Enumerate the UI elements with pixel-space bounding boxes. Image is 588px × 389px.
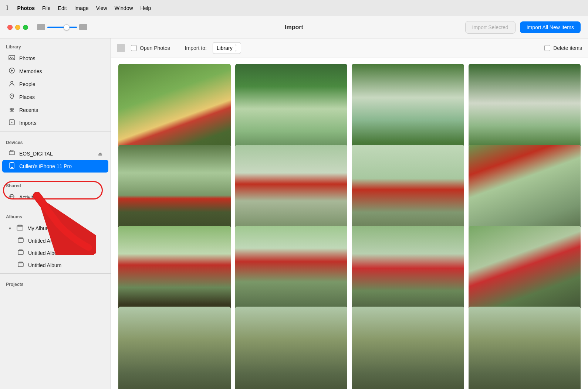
album3-label: Untitled Album [28, 262, 61, 268]
main-layout: Library Photos Memories People Places [0, 38, 588, 389]
sidebar-item-imports[interactable]: Imports [2, 117, 108, 129]
recents-label: Recents [19, 107, 38, 113]
album2-label: Untitled Album [28, 250, 61, 256]
expand-icon: ▼ [8, 226, 12, 231]
open-photos-area: Open Photos [131, 45, 170, 51]
sidebar-toggle-icon[interactable] [37, 24, 45, 30]
svg-point-7 [11, 122, 13, 123]
grid-size-icon[interactable] [79, 24, 87, 30]
sidebar-item-myalbums[interactable]: ▼ My Albums [2, 222, 108, 235]
projects-section-label: Projects [0, 276, 111, 289]
device-icon-small [117, 44, 125, 52]
divider-4 [0, 273, 111, 274]
photo-cell-16[interactable] [469, 307, 581, 389]
sidebar-item-album1[interactable]: Untitled Album [2, 235, 108, 247]
svg-rect-12 [11, 162, 13, 163]
sidebar-toggle-area [37, 24, 87, 30]
menu-file[interactable]: File [42, 5, 51, 11]
devices-section-label: Devices [0, 134, 111, 147]
sidebar-item-activity[interactable]: Activity [2, 191, 108, 204]
photos-label: Photos [19, 55, 36, 61]
window-controls [7, 25, 28, 30]
memories-icon [8, 67, 16, 75]
activity-icon [8, 193, 16, 201]
delete-items-area: Delete items [544, 45, 582, 51]
eject-icon[interactable]: ⏏ [98, 151, 102, 157]
zoom-slider[interactable] [47, 27, 77, 28]
menu-window[interactable]: Window [115, 5, 133, 11]
import-to-value: Library [217, 45, 233, 51]
divider-3 [0, 206, 111, 206]
library-section-label: Library [0, 38, 111, 52]
menu-help[interactable]: Help [141, 5, 151, 11]
import-bar: Open Photos Import to: Library ⌃⌄ Delete… [111, 38, 588, 58]
svg-rect-11 [11, 167, 13, 168]
album3-icon [17, 262, 24, 269]
dropdown-chevrons-icon: ⌃⌄ [234, 44, 237, 52]
content-area: Open Photos Import to: Library ⌃⌄ Delete… [111, 38, 588, 389]
import-all-button[interactable]: Import All New Items [520, 21, 581, 33]
myalbums-label: My Albums [27, 225, 53, 231]
import-to-label: Import to: [185, 45, 207, 51]
delete-items-label: Delete items [553, 45, 582, 51]
svg-rect-15 [18, 238, 23, 242]
sidebar-item-places[interactable]: Places [2, 91, 108, 103]
sidebar-item-album3[interactable]: Untitled Album [2, 259, 108, 271]
import-to-dropdown[interactable]: Library ⌃⌄ [213, 42, 241, 54]
apple-logo-icon:  [6, 4, 9, 12]
sidebar-item-iphone[interactable]: Cullen's iPhone 11 Pro [2, 160, 108, 173]
photo-cell-15[interactable] [352, 307, 464, 389]
eos-label: EOS_DIGITAL [19, 151, 53, 157]
album1-label: Untitled Album [28, 238, 61, 244]
iphone-icon [8, 162, 16, 170]
toolbar-left [7, 24, 87, 30]
album2-icon [17, 249, 24, 257]
menu-photos[interactable]: Photos [17, 5, 35, 11]
sidebar: Library Photos Memories People Places [0, 38, 111, 389]
sidebar-item-people[interactable]: People [2, 78, 108, 91]
imports-icon [8, 119, 16, 127]
menu-edit[interactable]: Edit [58, 5, 67, 11]
minimize-button[interactable] [15, 25, 20, 30]
album1-icon [17, 237, 24, 245]
albums-section-label: Albums [0, 208, 111, 222]
recents-icon [8, 106, 16, 114]
people-icon [8, 80, 16, 88]
memories-label: Memories [19, 68, 42, 74]
sidebar-item-eos[interactable]: EOS_DIGITAL ⏏ [2, 148, 108, 160]
zoom-slider-thumb[interactable] [64, 24, 70, 30]
svg-rect-19 [18, 263, 23, 267]
imports-label: Imports [19, 120, 37, 126]
toolbar: Import Import Selected Import All New It… [0, 16, 588, 38]
photo-cell-13[interactable] [118, 307, 231, 389]
divider-1 [0, 132, 111, 132]
divider-2 [0, 175, 111, 175]
svg-rect-13 [17, 226, 23, 230]
activity-label: Activity [19, 194, 36, 200]
svg-point-4 [11, 81, 13, 83]
people-label: People [19, 81, 36, 87]
open-photos-label: Open Photos [140, 45, 170, 51]
photo-cell-14[interactable] [235, 307, 348, 389]
sidebar-item-recents[interactable]: Recents [2, 104, 108, 116]
delete-items-checkbox[interactable] [544, 45, 550, 51]
sidebar-item-album2[interactable]: Untitled Album [2, 247, 108, 259]
menu-view[interactable]: View [96, 5, 107, 11]
svg-rect-17 [18, 250, 23, 255]
iphone-label: Cullen's iPhone 11 Pro [19, 163, 72, 169]
close-button[interactable] [7, 25, 13, 30]
import-selected-button[interactable]: Import Selected [465, 21, 516, 34]
eos-icon [8, 150, 16, 157]
photos-icon [8, 54, 16, 62]
sidebar-item-memories[interactable]: Memories [2, 65, 108, 78]
shared-section-label: Shared [0, 177, 111, 191]
maximize-button[interactable] [23, 25, 28, 30]
menu-bar:  Photos File Edit Image View Window Hel… [0, 0, 588, 16]
toolbar-right: Import Selected Import All New Items [465, 21, 581, 34]
sidebar-item-photos[interactable]: Photos [2, 52, 108, 65]
open-photos-checkbox[interactable] [131, 45, 137, 51]
toolbar-title: Import [285, 24, 303, 31]
menu-image[interactable]: Image [74, 5, 89, 11]
places-label: Places [19, 94, 35, 100]
myalbums-icon [16, 224, 24, 232]
